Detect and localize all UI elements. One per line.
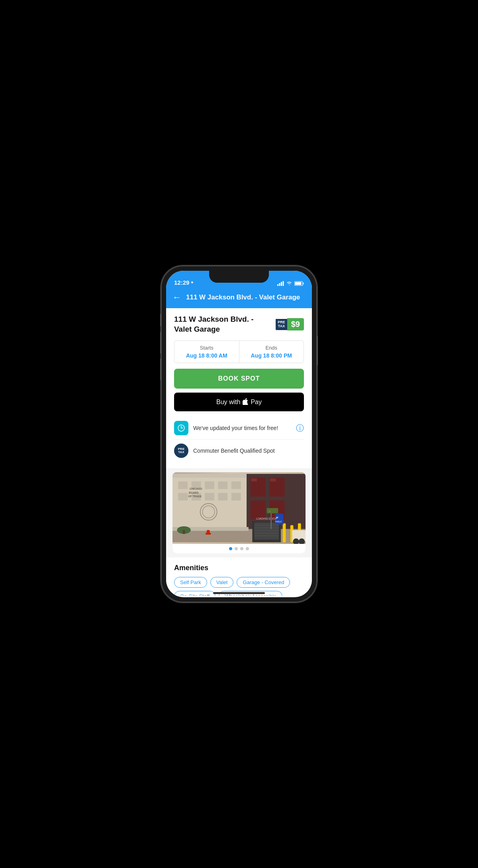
svg-rect-52 [206, 533, 211, 535]
svg-rect-33 [270, 479, 276, 482]
svg-rect-2 [281, 282, 282, 286]
amenities-title: Amenities [174, 564, 304, 572]
garage-title: 111 W Jackson Blvd. - Valet Garage [174, 315, 271, 334]
svg-text:→: → [268, 510, 270, 512]
start-time-block: Starts Aug 18 8:00 AM [174, 341, 239, 363]
back-button[interactable]: ← [172, 292, 181, 303]
ends-value: Aug 18 8:00 PM [243, 352, 300, 359]
buy-with-label: Buy with [216, 399, 240, 406]
price-amount: $9 [287, 318, 304, 330]
starts-label: Starts [178, 345, 235, 351]
svg-text:P: P [276, 516, 278, 520]
ends-label: Ends [243, 345, 300, 351]
carousel-dot-2[interactable] [235, 547, 238, 550]
commuter-benefit-row: PRETAX Commuter Benefit Qualified Spot [174, 440, 304, 462]
svg-rect-43 [283, 524, 286, 543]
svg-rect-3 [283, 281, 284, 286]
content-area: 111 W Jackson Blvd. - Valet Garage PRETA… [166, 308, 312, 596]
battery-icon [294, 281, 304, 286]
location-icon: ⌖ [191, 280, 193, 285]
clock-icon [174, 421, 188, 435]
svg-rect-1 [279, 283, 280, 286]
svg-rect-15 [218, 482, 228, 489]
info-icon[interactable]: ⓘ [296, 423, 304, 434]
building-illustration: CHICAGO BOARD OF TRADE [172, 472, 306, 544]
svg-rect-5 [303, 283, 304, 284]
svg-rect-12 [178, 482, 188, 489]
svg-text:BOARD: BOARD [189, 491, 199, 494]
svg-text:PUBLIC: PUBLIC [275, 521, 282, 523]
tag-valet: Valet [210, 577, 234, 588]
svg-rect-0 [277, 284, 278, 286]
listing-card: 111 W Jackson Blvd. - Valet Garage PRETA… [166, 308, 312, 468]
tag-garage-covered: Garage - Covered [237, 577, 290, 588]
carousel-image: CHICAGO BOARD OF TRADE [172, 472, 306, 544]
clock-label: 12:29 [174, 279, 189, 286]
carousel-dot-1[interactable] [229, 547, 232, 550]
tag-self-park: Self Park [174, 577, 207, 588]
end-time-block: Ends Aug 18 8:00 PM [239, 341, 304, 363]
carousel-dot-4[interactable] [246, 547, 249, 550]
svg-text:OF TRADE: OF TRADE [188, 495, 202, 498]
commuter-benefit-text: Commuter Benefit Qualified Spot [193, 448, 304, 454]
svg-rect-32 [251, 479, 257, 482]
signal-icon [277, 281, 284, 286]
svg-rect-6 [295, 282, 302, 285]
starts-value: Aug 18 8:00 AM [178, 352, 235, 359]
svg-rect-30 [251, 500, 266, 520]
svg-text:CHICAGO: CHICAGO [190, 488, 202, 491]
apple-logo-icon [243, 398, 248, 405]
pretax-icon: PRETAX [174, 444, 188, 458]
silent-switch[interactable] [160, 358, 161, 380]
updated-times-text: We've updated your times for free! [193, 425, 291, 431]
power-button[interactable] [317, 336, 318, 366]
status-time: 12:29 ⌖ [174, 279, 193, 286]
pretax-label: PRETAX [276, 319, 287, 330]
wifi-icon [286, 281, 292, 286]
amenities-section: Amenities Self Park Valet Garage - Cover… [166, 557, 312, 596]
svg-rect-50 [183, 530, 185, 534]
phone-frame: 12:29 ⌖ [161, 266, 317, 602]
carousel-dots [172, 544, 306, 553]
listing-header: 111 W Jackson Blvd. - Valet Garage PRETA… [174, 315, 304, 334]
book-spot-button[interactable]: BOOK SPOT [174, 369, 304, 389]
pay-label: Pay [251, 399, 262, 406]
home-indicator[interactable] [213, 592, 265, 594]
nav-title: 111 W Jackson Blvd. - Valet Garage [186, 293, 306, 301]
image-carousel[interactable]: CHICAGO BOARD OF TRADE [172, 472, 306, 553]
svg-rect-19 [205, 493, 214, 500]
notch [209, 271, 269, 283]
svg-rect-14 [205, 482, 214, 489]
status-icons [277, 281, 304, 286]
tag-on-site-staff: On-Site Staff [174, 591, 215, 596]
svg-rect-20 [218, 493, 228, 500]
times-row: Starts Aug 18 8:00 AM Ends Aug 18 8:00 P… [174, 340, 304, 363]
apple-pay-button[interactable]: Buy with Pay [174, 393, 304, 411]
navigation-bar: ← 111 W Jackson Blvd. - Valet Garage [166, 288, 312, 308]
phone-screen: 12:29 ⌖ [166, 271, 312, 597]
svg-rect-17 [178, 493, 188, 500]
svg-rect-16 [231, 482, 241, 489]
updated-times-row: We've updated your times for free! ⓘ [174, 417, 304, 440]
svg-text:LOADING DOCK: LOADING DOCK [256, 517, 277, 520]
price-badge: PRETAX $9 [276, 318, 304, 330]
svg-rect-21 [231, 493, 241, 500]
carousel-dot-3[interactable] [240, 547, 243, 550]
volume-up-button[interactable] [160, 314, 161, 326]
volume-down-button[interactable] [160, 332, 161, 354]
